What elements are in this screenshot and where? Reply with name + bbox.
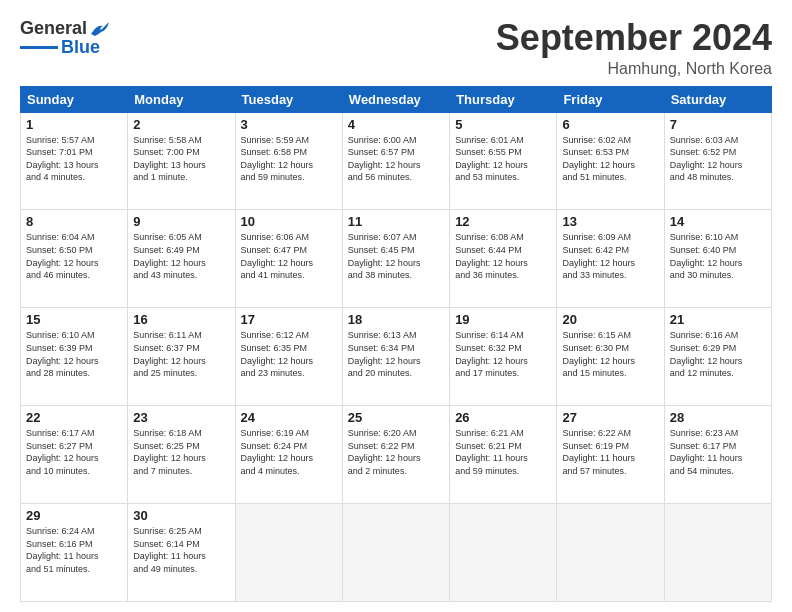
day-info: Sunrise: 5:58 AMSunset: 7:00 PMDaylight:…: [133, 134, 229, 184]
week-row-3: 15Sunrise: 6:10 AMSunset: 6:39 PMDayligh…: [21, 308, 772, 406]
table-cell: 13Sunrise: 6:09 AMSunset: 6:42 PMDayligh…: [557, 210, 664, 308]
day-info: Sunrise: 6:25 AMSunset: 6:14 PMDaylight:…: [133, 525, 229, 575]
day-info: Sunrise: 6:21 AMSunset: 6:21 PMDaylight:…: [455, 427, 551, 477]
col-saturday: Saturday: [664, 86, 771, 112]
week-row-1: 1Sunrise: 5:57 AMSunset: 7:01 PMDaylight…: [21, 112, 772, 210]
table-cell: 3Sunrise: 5:59 AMSunset: 6:58 PMDaylight…: [235, 112, 342, 210]
page: General Blue September 2024 Hamhung, Nor…: [0, 0, 792, 612]
table-cell: 15Sunrise: 6:10 AMSunset: 6:39 PMDayligh…: [21, 308, 128, 406]
day-info: Sunrise: 6:01 AMSunset: 6:55 PMDaylight:…: [455, 134, 551, 184]
day-info: Sunrise: 6:00 AMSunset: 6:57 PMDaylight:…: [348, 134, 444, 184]
day-info: Sunrise: 6:02 AMSunset: 6:53 PMDaylight:…: [562, 134, 658, 184]
day-info: Sunrise: 6:23 AMSunset: 6:17 PMDaylight:…: [670, 427, 766, 477]
day-number: 20: [562, 312, 658, 327]
table-cell: 14Sunrise: 6:10 AMSunset: 6:40 PMDayligh…: [664, 210, 771, 308]
table-cell: 24Sunrise: 6:19 AMSunset: 6:24 PMDayligh…: [235, 406, 342, 504]
day-number: 17: [241, 312, 337, 327]
day-info: Sunrise: 6:16 AMSunset: 6:29 PMDaylight:…: [670, 329, 766, 379]
day-number: 23: [133, 410, 229, 425]
table-cell: 4Sunrise: 6:00 AMSunset: 6:57 PMDaylight…: [342, 112, 449, 210]
day-number: 16: [133, 312, 229, 327]
logo-general-text: General: [20, 18, 87, 39]
table-cell: 18Sunrise: 6:13 AMSunset: 6:34 PMDayligh…: [342, 308, 449, 406]
table-cell: [342, 504, 449, 602]
day-number: 21: [670, 312, 766, 327]
day-info: Sunrise: 6:18 AMSunset: 6:25 PMDaylight:…: [133, 427, 229, 477]
calendar-table: Sunday Monday Tuesday Wednesday Thursday…: [20, 86, 772, 602]
day-info: Sunrise: 6:10 AMSunset: 6:40 PMDaylight:…: [670, 231, 766, 281]
table-cell: 21Sunrise: 6:16 AMSunset: 6:29 PMDayligh…: [664, 308, 771, 406]
table-cell: 22Sunrise: 6:17 AMSunset: 6:27 PMDayligh…: [21, 406, 128, 504]
day-number: 12: [455, 214, 551, 229]
table-cell: [235, 504, 342, 602]
table-cell: 23Sunrise: 6:18 AMSunset: 6:25 PMDayligh…: [128, 406, 235, 504]
table-cell: 12Sunrise: 6:08 AMSunset: 6:44 PMDayligh…: [450, 210, 557, 308]
table-cell: 16Sunrise: 6:11 AMSunset: 6:37 PMDayligh…: [128, 308, 235, 406]
day-number: 8: [26, 214, 122, 229]
day-number: 25: [348, 410, 444, 425]
table-cell: [557, 504, 664, 602]
day-number: 30: [133, 508, 229, 523]
day-number: 28: [670, 410, 766, 425]
logo-brand: General: [20, 18, 111, 39]
day-info: Sunrise: 6:07 AMSunset: 6:45 PMDaylight:…: [348, 231, 444, 281]
month-title: September 2024: [496, 18, 772, 58]
day-number: 11: [348, 214, 444, 229]
table-cell: 27Sunrise: 6:22 AMSunset: 6:19 PMDayligh…: [557, 406, 664, 504]
table-cell: [664, 504, 771, 602]
day-info: Sunrise: 6:05 AMSunset: 6:49 PMDaylight:…: [133, 231, 229, 281]
col-wednesday: Wednesday: [342, 86, 449, 112]
week-row-2: 8Sunrise: 6:04 AMSunset: 6:50 PMDaylight…: [21, 210, 772, 308]
table-cell: 10Sunrise: 6:06 AMSunset: 6:47 PMDayligh…: [235, 210, 342, 308]
day-number: 13: [562, 214, 658, 229]
day-info: Sunrise: 6:04 AMSunset: 6:50 PMDaylight:…: [26, 231, 122, 281]
day-info: Sunrise: 6:08 AMSunset: 6:44 PMDaylight:…: [455, 231, 551, 281]
table-cell: 30Sunrise: 6:25 AMSunset: 6:14 PMDayligh…: [128, 504, 235, 602]
logo-bird-icon: [89, 20, 111, 38]
table-cell: 20Sunrise: 6:15 AMSunset: 6:30 PMDayligh…: [557, 308, 664, 406]
day-number: 7: [670, 117, 766, 132]
table-cell: 29Sunrise: 6:24 AMSunset: 6:16 PMDayligh…: [21, 504, 128, 602]
table-cell: 11Sunrise: 6:07 AMSunset: 6:45 PMDayligh…: [342, 210, 449, 308]
day-info: Sunrise: 6:14 AMSunset: 6:32 PMDaylight:…: [455, 329, 551, 379]
day-info: Sunrise: 6:20 AMSunset: 6:22 PMDaylight:…: [348, 427, 444, 477]
day-number: 9: [133, 214, 229, 229]
day-number: 5: [455, 117, 551, 132]
day-info: Sunrise: 6:15 AMSunset: 6:30 PMDaylight:…: [562, 329, 658, 379]
day-number: 6: [562, 117, 658, 132]
day-info: Sunrise: 6:19 AMSunset: 6:24 PMDaylight:…: [241, 427, 337, 477]
week-row-4: 22Sunrise: 6:17 AMSunset: 6:27 PMDayligh…: [21, 406, 772, 504]
day-number: 27: [562, 410, 658, 425]
day-info: Sunrise: 6:22 AMSunset: 6:19 PMDaylight:…: [562, 427, 658, 477]
day-number: 26: [455, 410, 551, 425]
day-info: Sunrise: 6:17 AMSunset: 6:27 PMDaylight:…: [26, 427, 122, 477]
table-cell: 9Sunrise: 6:05 AMSunset: 6:49 PMDaylight…: [128, 210, 235, 308]
table-cell: 17Sunrise: 6:12 AMSunset: 6:35 PMDayligh…: [235, 308, 342, 406]
day-info: Sunrise: 6:03 AMSunset: 6:52 PMDaylight:…: [670, 134, 766, 184]
calendar-header-row: Sunday Monday Tuesday Wednesday Thursday…: [21, 86, 772, 112]
day-info: Sunrise: 6:09 AMSunset: 6:42 PMDaylight:…: [562, 231, 658, 281]
day-info: Sunrise: 5:57 AMSunset: 7:01 PMDaylight:…: [26, 134, 122, 184]
day-number: 15: [26, 312, 122, 327]
table-cell: 1Sunrise: 5:57 AMSunset: 7:01 PMDaylight…: [21, 112, 128, 210]
day-number: 19: [455, 312, 551, 327]
logo-blue-row: Blue: [20, 37, 100, 58]
col-friday: Friday: [557, 86, 664, 112]
table-cell: 7Sunrise: 6:03 AMSunset: 6:52 PMDaylight…: [664, 112, 771, 210]
col-tuesday: Tuesday: [235, 86, 342, 112]
location: Hamhung, North Korea: [496, 60, 772, 78]
table-cell: [450, 504, 557, 602]
day-number: 18: [348, 312, 444, 327]
day-info: Sunrise: 6:11 AMSunset: 6:37 PMDaylight:…: [133, 329, 229, 379]
day-number: 3: [241, 117, 337, 132]
day-number: 24: [241, 410, 337, 425]
title-block: September 2024 Hamhung, North Korea: [496, 18, 772, 78]
col-thursday: Thursday: [450, 86, 557, 112]
table-cell: 26Sunrise: 6:21 AMSunset: 6:21 PMDayligh…: [450, 406, 557, 504]
day-number: 2: [133, 117, 229, 132]
header: General Blue September 2024 Hamhung, Nor…: [20, 18, 772, 78]
day-info: Sunrise: 5:59 AMSunset: 6:58 PMDaylight:…: [241, 134, 337, 184]
week-row-5: 29Sunrise: 6:24 AMSunset: 6:16 PMDayligh…: [21, 504, 772, 602]
day-number: 22: [26, 410, 122, 425]
table-cell: 28Sunrise: 6:23 AMSunset: 6:17 PMDayligh…: [664, 406, 771, 504]
